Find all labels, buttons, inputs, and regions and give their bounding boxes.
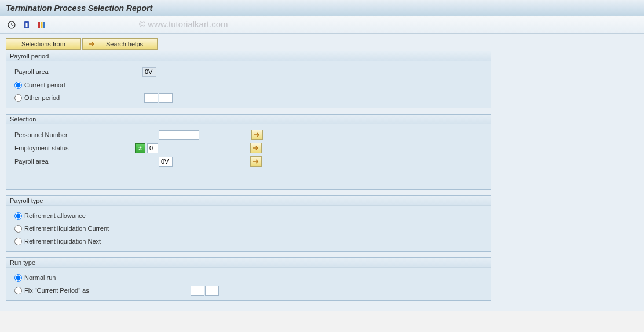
fix-current-period-row: Fix "Current Period" as	[12, 284, 485, 297]
personnel-number-label: Personnel Number	[12, 131, 159, 138]
current-period-radio[interactable]	[14, 82, 22, 89]
retirement-liquidation-next-radio[interactable]	[14, 238, 22, 245]
payroll-period-title: Payroll period	[6, 51, 491, 61]
run-type-title: Run type	[6, 258, 491, 268]
svg-rect-2	[26, 23, 28, 24]
svg-rect-4	[38, 22, 40, 28]
selection-title: Selection	[6, 115, 491, 124]
execute-icon[interactable]	[6, 19, 17, 31]
employment-status-row: Employment status ≠	[12, 142, 485, 154]
toolbar: © www.tutorialkart.com	[0, 16, 644, 34]
current-period-row: Current period	[12, 79, 485, 91]
payroll-area-more-button[interactable]	[250, 156, 262, 167]
action-button-row: Selections from Search helps	[6, 38, 638, 50]
other-period-input-1[interactable]	[144, 93, 158, 103]
title-bar: Termination Process Selection Report	[0, 0, 644, 16]
svg-rect-6	[43, 22, 45, 28]
personnel-number-input[interactable]	[159, 130, 199, 140]
personnel-number-more-button[interactable]	[251, 130, 263, 140]
payroll-area-selection-input[interactable]	[159, 157, 173, 167]
fix-current-period-label: Fix "Current Period" as	[24, 287, 184, 294]
personnel-number-row: Personnel Number	[12, 128, 485, 141]
retirement-allowance-row: Retirement allowance	[12, 209, 485, 222]
retirement-allowance-radio[interactable]	[14, 212, 22, 220]
fix-period-input-1[interactable]	[191, 286, 204, 296]
fix-current-period-radio[interactable]	[14, 287, 22, 294]
watermark: © www.tutorialkart.com	[139, 19, 228, 29]
employment-status-input[interactable]	[147, 143, 158, 153]
normal-run-radio[interactable]	[14, 274, 22, 282]
payroll-type-group: Payroll type Retirement allowance Retire…	[6, 195, 491, 252]
current-period-label: Current period	[24, 82, 65, 88]
payroll-area-row: Payroll area	[12, 65, 485, 78]
payroll-type-title: Payroll type	[6, 196, 491, 206]
retirement-liquidation-next-row: Retirement liquidation Next	[12, 235, 485, 248]
fix-period-input-2[interactable]	[205, 286, 219, 296]
info-icon[interactable]	[21, 19, 32, 31]
retirement-liquidation-next-label: Retirement liquidation Next	[24, 238, 101, 245]
payroll-area-label: Payroll area	[12, 68, 142, 75]
other-period-label: Other period	[24, 94, 137, 101]
arrow-right-icon	[89, 41, 96, 47]
payroll-area-field[interactable]	[142, 67, 156, 77]
run-type-group: Run type Normal run Fix "Current Period"…	[6, 257, 491, 301]
retirement-allowance-label: Retirement allowance	[24, 212, 86, 219]
selection-group: Selection Personnel Number Employment st…	[6, 114, 491, 190]
retirement-liquidation-current-radio[interactable]	[14, 225, 22, 233]
normal-run-label: Normal run	[24, 274, 56, 281]
normal-run-row: Normal run	[12, 271, 485, 284]
employment-status-label: Employment status	[12, 145, 135, 152]
payroll-period-group: Payroll period Payroll area Current peri…	[6, 51, 491, 108]
other-period-input-2[interactable]	[159, 93, 173, 103]
svg-rect-5	[41, 22, 43, 28]
not-equal-icon[interactable]: ≠	[135, 143, 145, 153]
retirement-liquidation-current-row: Retirement liquidation Current	[12, 222, 485, 235]
page-title: Termination Process Selection Report	[6, 3, 152, 13]
other-period-row: Other period	[12, 91, 485, 104]
payroll-area-selection-label: Payroll area	[12, 158, 159, 165]
selections-from-button[interactable]: Selections from	[6, 38, 81, 50]
search-helps-label: Search helps	[106, 40, 143, 47]
search-helps-button[interactable]: Search helps	[82, 38, 158, 50]
employment-status-more-button[interactable]	[250, 143, 262, 153]
variant-icon[interactable]	[36, 19, 47, 31]
svg-rect-3	[26, 24, 28, 27]
content-area: Selections from Search helps Payroll per…	[0, 34, 644, 311]
retirement-liquidation-current-label: Retirement liquidation Current	[24, 225, 109, 232]
payroll-area-selection-row: Payroll area	[12, 155, 485, 168]
other-period-radio[interactable]	[14, 94, 22, 102]
